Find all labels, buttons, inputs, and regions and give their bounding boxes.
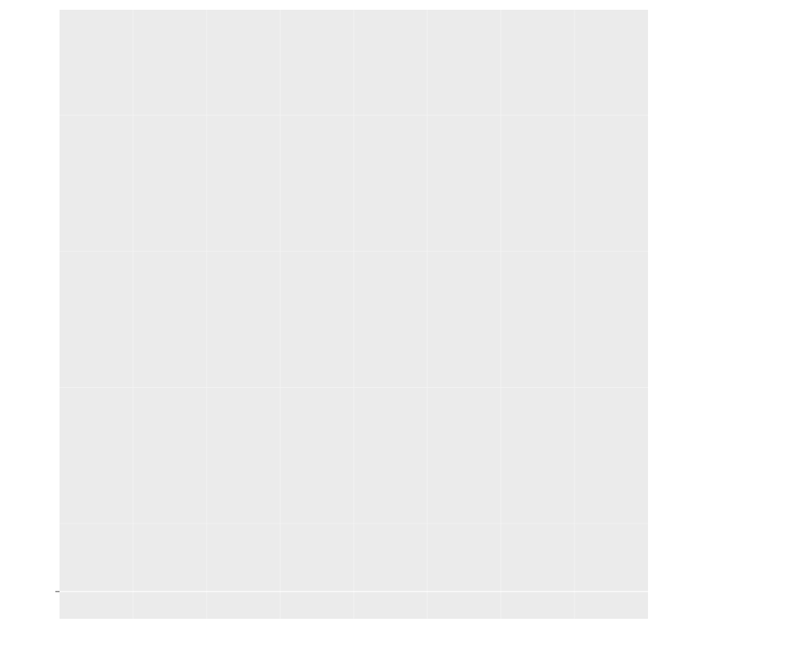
coefficient-plot <box>0 0 807 672</box>
